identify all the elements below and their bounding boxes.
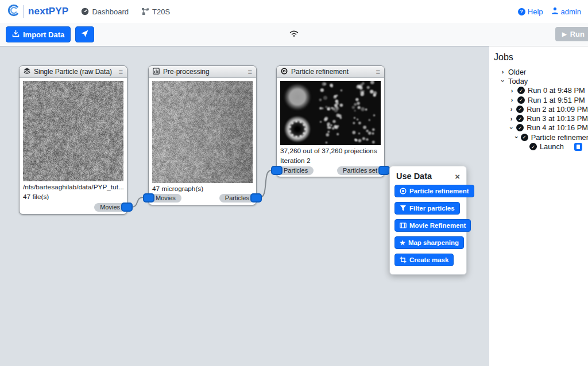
port-connector[interactable] xyxy=(378,166,390,175)
chevron-right-icon[interactable]: › xyxy=(509,96,514,103)
micrograph-count: 47 micrograph(s) xyxy=(152,185,253,193)
brand-logo[interactable]: nextPYP xyxy=(7,4,68,19)
filter-particles-button[interactable]: Filter particles xyxy=(394,202,460,215)
block-raw-data-header[interactable]: Single Particle (raw Data) ≡ xyxy=(20,66,127,78)
map-sharpening-button[interactable]: ★ Map sharpening xyxy=(394,236,464,249)
create-mask-button[interactable]: Create mask xyxy=(394,254,454,266)
send-icon xyxy=(81,30,88,39)
check-icon: ✓ xyxy=(517,96,525,104)
check-icon: ✓ xyxy=(521,134,528,141)
chart-icon xyxy=(153,67,160,77)
workflow-canvas[interactable]: Single Particle (raw Data) ≡ /nfs/bartes… xyxy=(0,46,489,366)
chevron-down-icon[interactable]: › xyxy=(500,79,506,84)
block-menu-icon[interactable]: ≡ xyxy=(376,68,380,76)
jobs-launch[interactable]: ✓ Launch xyxy=(493,142,588,151)
check-icon: ✓ xyxy=(517,87,525,94)
crop-icon xyxy=(400,256,407,263)
nextpyp-swirl-icon xyxy=(7,4,20,19)
port-label: Particles xyxy=(278,166,314,175)
user-menu[interactable]: admin xyxy=(551,7,581,16)
jobs-group-older[interactable]: › Older xyxy=(493,67,588,76)
use-data-popup: Use Data × Particle refinement xyxy=(389,166,467,275)
jobs-title: Jobs xyxy=(494,52,588,63)
help-icon: ? xyxy=(518,8,525,15)
port-label: Particles set xyxy=(337,166,383,175)
iteration-label: Iteration 2 xyxy=(280,157,381,165)
wifi-icon xyxy=(289,29,299,40)
nav-project-label: T20S xyxy=(152,7,170,16)
run-label: Run xyxy=(570,30,585,38)
block-raw-data[interactable]: Single Particle (raw Data) ≡ /nfs/bartes… xyxy=(19,65,127,215)
nav-dashboard-label: Dashboard xyxy=(92,7,129,16)
particle-refinement-button[interactable]: Particle refinement xyxy=(394,185,474,197)
brand-name: nextPYP xyxy=(28,6,68,17)
chevron-right-icon[interactable]: › xyxy=(509,87,514,94)
log-file-icon[interactable] xyxy=(574,143,582,151)
user-label: admin xyxy=(561,7,581,16)
block-title: Particle refinement xyxy=(291,68,372,76)
run-button[interactable]: ▶ Run xyxy=(555,27,588,41)
chevron-right-icon[interactable]: › xyxy=(500,68,505,75)
port-connector[interactable] xyxy=(121,203,133,212)
nav-project-t20s[interactable]: T20S xyxy=(141,7,170,16)
block-title: Pre-processing xyxy=(163,68,244,76)
check-icon: ✓ xyxy=(516,124,524,131)
output-port-particles-set[interactable]: Particles set xyxy=(337,166,390,175)
navigate-button[interactable] xyxy=(75,26,94,42)
movie-refinement-button[interactable]: Movie Refinement xyxy=(394,219,471,232)
jobs-run-1[interactable]: › ✓ Run 1 at 9:51 PM xyxy=(493,95,588,104)
nav-dashboard[interactable]: Dashboard xyxy=(81,7,129,16)
funnel-icon xyxy=(400,205,407,212)
close-icon[interactable]: × xyxy=(455,172,460,181)
output-port-particles[interactable]: Particles xyxy=(219,193,262,203)
port-connector[interactable] xyxy=(250,193,262,203)
data-path: /nfs/bartesaghilab/data/PYP_tut... xyxy=(23,183,123,191)
chevron-down-icon[interactable]: › xyxy=(508,126,515,130)
port-connector[interactable] xyxy=(143,193,154,203)
chevron-right-icon[interactable]: › xyxy=(509,106,513,112)
play-icon: ▶ xyxy=(562,31,567,37)
jobs-run-0[interactable]: › ✓ Run 0 at 9:48 PM xyxy=(493,86,588,95)
star-icon: ★ xyxy=(400,240,405,246)
jobs-run-4[interactable]: › ✓ Run 4 at 10:16 PM xyxy=(493,123,588,133)
chevron-down-icon[interactable]: › xyxy=(513,136,520,138)
jobs-particle-refinement[interactable]: › ✓ Particle refinement xyxy=(493,133,588,142)
block-preprocessing[interactable]: Pre-processing ≡ 47 micrograph(s) Movies… xyxy=(148,65,257,205)
user-icon xyxy=(551,7,559,16)
input-port-movies[interactable]: Movies xyxy=(143,193,181,203)
output-port-movies[interactable]: Movies xyxy=(94,203,133,212)
help-link[interactable]: ? Help xyxy=(518,7,543,16)
port-connector[interactable] xyxy=(271,166,283,175)
gauge-icon xyxy=(81,7,89,15)
projection-count: 37,260 out of 37,260 projections xyxy=(280,147,381,155)
project-toolbar: Import Data ▶ Run xyxy=(0,23,588,46)
target-icon xyxy=(281,67,288,77)
block-menu-icon[interactable]: ≡ xyxy=(247,68,252,76)
import-data-button[interactable]: Import Data xyxy=(6,26,71,42)
jobs-group-today[interactable]: › Today xyxy=(493,76,588,85)
file-count: 47 file(s) xyxy=(23,193,123,201)
check-icon: ✓ xyxy=(516,106,524,113)
jobs-run-2[interactable]: › ✓ Run 2 at 10:09 PM xyxy=(493,104,588,114)
import-icon xyxy=(12,30,20,39)
micrograph-thumbnail xyxy=(23,81,123,181)
popup-title: Use Data xyxy=(396,172,432,181)
port-label: Movies xyxy=(150,194,181,203)
top-navbar: nextPYP Dashboard T20S ? Help xyxy=(0,0,588,23)
check-icon: ✓ xyxy=(516,115,524,122)
brand-divider xyxy=(24,5,24,18)
check-icon: ✓ xyxy=(529,143,537,150)
block-particle-refinement-header[interactable]: Particle refinement ≡ xyxy=(277,66,384,78)
block-particle-refinement[interactable]: Particle refinement ≡ 37,260 out of 37,2… xyxy=(276,65,385,177)
chevron-right-icon[interactable]: › xyxy=(509,115,513,122)
jobs-panel: Jobs › Older › Today › ✓ Run 0 at 9:48 P… xyxy=(489,46,588,366)
input-port-particles[interactable]: Particles xyxy=(271,166,314,175)
jobs-run-3[interactable]: › ✓ Run 3 at 10:13 PM xyxy=(493,114,588,123)
project-icon xyxy=(141,7,149,15)
layers-icon xyxy=(24,67,30,77)
class-averages-thumbnail xyxy=(280,81,381,145)
block-title: Single Particle (raw Data) xyxy=(34,68,115,76)
block-menu-icon[interactable]: ≡ xyxy=(118,68,123,76)
film-icon xyxy=(400,222,407,229)
block-preprocessing-header[interactable]: Pre-processing ≡ xyxy=(149,66,256,78)
